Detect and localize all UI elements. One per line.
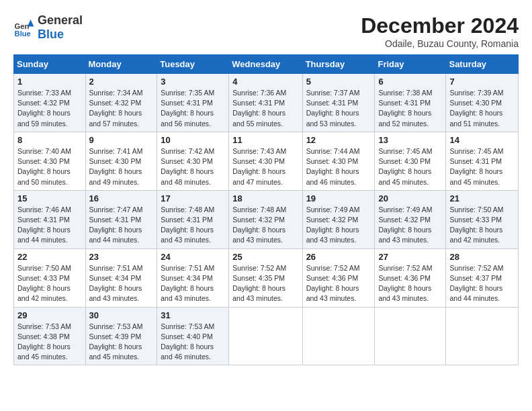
calendar-day-cell: 20Sunrise: 7:49 AMSunset: 4:32 PMDayligh…	[375, 190, 446, 248]
weekday-header-cell: Thursday	[302, 55, 375, 74]
day-number: 13	[378, 135, 442, 145]
day-detail: Sunrise: 7:33 AMSunset: 4:32 PMDaylight:…	[17, 88, 82, 129]
day-number: 18	[232, 193, 298, 203]
calendar-day-cell: 23Sunrise: 7:51 AMSunset: 4:34 PMDayligh…	[85, 248, 157, 307]
calendar-day-cell: 21Sunrise: 7:50 AMSunset: 4:33 PMDayligh…	[446, 190, 519, 248]
day-detail: Sunrise: 7:40 AMSunset: 4:30 PMDaylight:…	[17, 146, 82, 187]
day-detail: Sunrise: 7:35 AMSunset: 4:31 PMDaylight:…	[161, 88, 225, 129]
calendar-day-cell: 10Sunrise: 7:42 AMSunset: 4:30 PMDayligh…	[157, 132, 229, 190]
day-number: 3	[161, 77, 225, 87]
day-number: 9	[89, 135, 154, 145]
calendar-day-cell: 16Sunrise: 7:47 AMSunset: 4:31 PMDayligh…	[85, 190, 157, 248]
calendar-week-row: 1Sunrise: 7:33 AMSunset: 4:32 PMDaylight…	[14, 74, 519, 132]
day-detail: Sunrise: 7:53 AMSunset: 4:39 PMDaylight:…	[89, 322, 154, 363]
weekday-header-cell: Saturday	[446, 55, 519, 74]
day-detail: Sunrise: 7:52 AMSunset: 4:37 PMDaylight:…	[449, 263, 515, 304]
calendar-day-cell: 13Sunrise: 7:45 AMSunset: 4:30 PMDayligh…	[375, 132, 446, 190]
day-detail: Sunrise: 7:53 AMSunset: 4:40 PMDaylight:…	[161, 322, 225, 363]
calendar-day-cell: 27Sunrise: 7:52 AMSunset: 4:36 PMDayligh…	[375, 248, 446, 307]
weekday-header-cell: Sunday	[14, 55, 86, 74]
calendar-day-cell: 5Sunrise: 7:37 AMSunset: 4:31 PMDaylight…	[302, 74, 375, 132]
calendar-week-row: 22Sunrise: 7:50 AMSunset: 4:33 PMDayligh…	[14, 248, 519, 307]
day-detail: Sunrise: 7:52 AMSunset: 4:35 PMDaylight:…	[232, 263, 298, 304]
weekday-header-cell: Monday	[85, 55, 157, 74]
day-number: 17	[161, 193, 225, 203]
day-number: 8	[17, 135, 82, 145]
day-detail: Sunrise: 7:50 AMSunset: 4:33 PMDaylight:…	[17, 263, 82, 304]
day-detail: Sunrise: 7:52 AMSunset: 4:36 PMDaylight:…	[378, 263, 442, 304]
day-detail: Sunrise: 7:46 AMSunset: 4:31 PMDaylight:…	[17, 205, 82, 246]
calendar-day-cell: 4Sunrise: 7:36 AMSunset: 4:31 PMDaylight…	[229, 74, 302, 132]
day-number: 23	[89, 252, 154, 262]
logo: Gen Blue General Blue	[13, 13, 83, 42]
calendar-day-cell: 9Sunrise: 7:41 AMSunset: 4:30 PMDaylight…	[85, 132, 157, 190]
day-detail: Sunrise: 7:38 AMSunset: 4:31 PMDaylight:…	[378, 88, 442, 129]
calendar-day-cell: 26Sunrise: 7:52 AMSunset: 4:36 PMDayligh…	[302, 248, 375, 307]
day-number: 25	[232, 252, 298, 262]
calendar-day-cell: 2Sunrise: 7:34 AMSunset: 4:32 PMDaylight…	[85, 74, 157, 132]
calendar-day-cell: 12Sunrise: 7:44 AMSunset: 4:30 PMDayligh…	[302, 132, 375, 190]
calendar-day-cell: 15Sunrise: 7:46 AMSunset: 4:31 PMDayligh…	[14, 190, 86, 248]
calendar-day-cell	[375, 307, 446, 365]
day-detail: Sunrise: 7:45 AMSunset: 4:31 PMDaylight:…	[449, 146, 515, 187]
day-detail: Sunrise: 7:41 AMSunset: 4:30 PMDaylight:…	[89, 146, 154, 187]
day-number: 11	[232, 135, 298, 145]
logo-general-text: General	[38, 13, 83, 27]
day-number: 24	[161, 252, 225, 262]
weekday-header-cell: Wednesday	[229, 55, 302, 74]
day-number: 30	[89, 310, 154, 320]
day-number: 19	[306, 193, 371, 203]
logo-icon: Gen Blue	[13, 17, 35, 38]
day-number: 7	[449, 77, 515, 87]
day-detail: Sunrise: 7:51 AMSunset: 4:34 PMDaylight:…	[89, 263, 154, 304]
day-number: 2	[89, 77, 154, 87]
calendar-day-cell: 24Sunrise: 7:51 AMSunset: 4:34 PMDayligh…	[157, 248, 229, 307]
calendar-table: SundayMondayTuesdayWednesdayThursdayFrid…	[13, 54, 519, 365]
calendar-week-row: 8Sunrise: 7:40 AMSunset: 4:30 PMDaylight…	[14, 132, 519, 190]
calendar-day-cell: 14Sunrise: 7:45 AMSunset: 4:31 PMDayligh…	[446, 132, 519, 190]
calendar-day-cell: 30Sunrise: 7:53 AMSunset: 4:39 PMDayligh…	[85, 307, 157, 365]
day-number: 21	[449, 193, 515, 203]
title-block: December 2024 Odaile, Buzau County, Roma…	[361, 13, 519, 49]
calendar-day-cell: 3Sunrise: 7:35 AMSunset: 4:31 PMDaylight…	[157, 74, 229, 132]
day-detail: Sunrise: 7:42 AMSunset: 4:30 PMDaylight:…	[161, 146, 225, 187]
logo-blue-text: Blue	[38, 28, 64, 41]
calendar-day-cell: 28Sunrise: 7:52 AMSunset: 4:37 PMDayligh…	[446, 248, 519, 307]
svg-text:Gen: Gen	[15, 22, 30, 30]
calendar-day-cell: 31Sunrise: 7:53 AMSunset: 4:40 PMDayligh…	[157, 307, 229, 365]
day-number: 20	[378, 193, 442, 203]
day-detail: Sunrise: 7:37 AMSunset: 4:31 PMDaylight:…	[306, 88, 371, 129]
calendar-week-row: 29Sunrise: 7:53 AMSunset: 4:38 PMDayligh…	[14, 307, 519, 365]
calendar-day-cell	[446, 307, 519, 365]
calendar-body: 1Sunrise: 7:33 AMSunset: 4:32 PMDaylight…	[14, 74, 519, 365]
day-detail: Sunrise: 7:43 AMSunset: 4:30 PMDaylight:…	[232, 146, 298, 187]
calendar-day-cell: 19Sunrise: 7:49 AMSunset: 4:32 PMDayligh…	[302, 190, 375, 248]
day-number: 29	[17, 310, 82, 320]
day-detail: Sunrise: 7:49 AMSunset: 4:32 PMDaylight:…	[306, 205, 371, 246]
day-number: 6	[378, 77, 442, 87]
day-number: 28	[449, 252, 515, 262]
calendar-day-cell	[229, 307, 302, 365]
calendar-day-cell: 8Sunrise: 7:40 AMSunset: 4:30 PMDaylight…	[14, 132, 86, 190]
weekday-header-cell: Tuesday	[157, 55, 229, 74]
calendar-day-cell	[302, 307, 375, 365]
calendar-day-cell: 29Sunrise: 7:53 AMSunset: 4:38 PMDayligh…	[14, 307, 86, 365]
calendar-day-cell: 11Sunrise: 7:43 AMSunset: 4:30 PMDayligh…	[229, 132, 302, 190]
calendar-day-cell: 22Sunrise: 7:50 AMSunset: 4:33 PMDayligh…	[14, 248, 86, 307]
day-number: 10	[161, 135, 225, 145]
day-detail: Sunrise: 7:44 AMSunset: 4:30 PMDaylight:…	[306, 146, 371, 187]
day-number: 27	[378, 252, 442, 262]
day-number: 16	[89, 193, 154, 203]
day-detail: Sunrise: 7:45 AMSunset: 4:30 PMDaylight:…	[378, 146, 442, 187]
calendar-day-cell: 25Sunrise: 7:52 AMSunset: 4:35 PMDayligh…	[229, 248, 302, 307]
day-number: 26	[306, 252, 371, 262]
weekday-header-row: SundayMondayTuesdayWednesdayThursdayFrid…	[14, 55, 519, 74]
month-title: December 2024	[361, 13, 519, 38]
day-detail: Sunrise: 7:34 AMSunset: 4:32 PMDaylight:…	[89, 88, 154, 129]
day-detail: Sunrise: 7:48 AMSunset: 4:32 PMDaylight:…	[232, 205, 298, 246]
day-detail: Sunrise: 7:50 AMSunset: 4:33 PMDaylight:…	[449, 205, 515, 246]
day-number: 5	[306, 77, 371, 87]
day-detail: Sunrise: 7:49 AMSunset: 4:32 PMDaylight:…	[378, 205, 442, 246]
day-number: 1	[17, 77, 82, 87]
calendar-day-cell: 18Sunrise: 7:48 AMSunset: 4:32 PMDayligh…	[229, 190, 302, 248]
